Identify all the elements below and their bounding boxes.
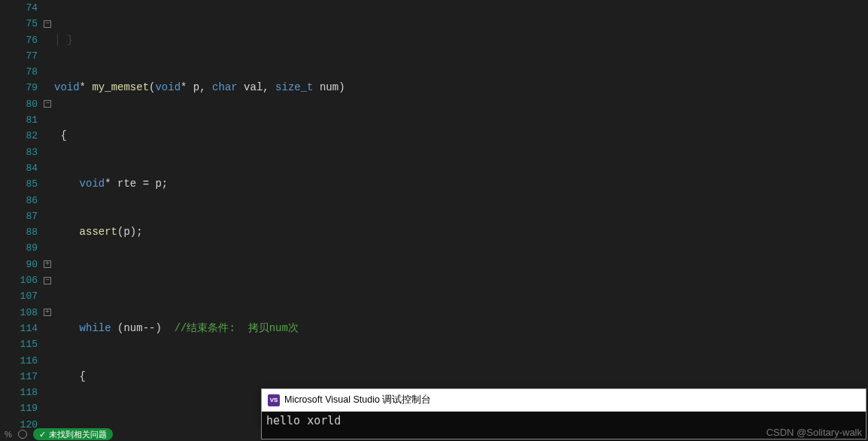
issues-pill[interactable]: ✓未找到相关问题 [33, 428, 113, 440]
fold-marker[interactable] [42, 176, 53, 192]
line-number: 90 [0, 257, 38, 272]
fold-marker[interactable]: − [42, 16, 53, 32]
fold-marker[interactable] [42, 112, 53, 128]
watermark-text: CSDN @Solitary-walk [766, 427, 862, 438]
fold-marker[interactable] [42, 0, 53, 16]
console-output-text: hello xorld [266, 414, 341, 427]
status-indicator-icon [18, 430, 27, 439]
zoom-pct[interactable]: % [5, 430, 12, 439]
line-number: 114 [0, 321, 38, 336]
fold-marker[interactable]: − [42, 272, 53, 288]
fold-marker[interactable]: − [42, 96, 53, 112]
fold-column[interactable]: −−+−+ [42, 0, 53, 418]
line-number: 107 [0, 288, 38, 304]
code-line: │ } [54, 34, 73, 46]
fold-marker[interactable] [42, 240, 53, 256]
line-number: 116 [0, 353, 38, 369]
line-number: 84 [0, 160, 38, 176]
line-number: 76 [0, 32, 38, 48]
line-number: 83 [0, 144, 38, 160]
line-number: 74 [0, 0, 38, 16]
line-number: 115 [0, 336, 38, 352]
line-number: 88 [0, 224, 38, 240]
fold-marker[interactable] [42, 208, 53, 224]
line-number: 119 [0, 400, 38, 416]
fold-marker[interactable] [42, 193, 53, 208]
fold-marker[interactable]: + [42, 257, 53, 272]
console-title-text: Microsoft Visual Studio 调试控制台 [284, 394, 431, 406]
fold-marker[interactable] [42, 321, 53, 336]
line-number: 85 [0, 176, 38, 192]
fold-marker[interactable] [42, 64, 53, 80]
fold-marker[interactable] [42, 400, 53, 416]
fold-marker[interactable] [42, 353, 53, 369]
line-number: 75 [0, 16, 38, 32]
kw-void: void [54, 81, 80, 93]
fold-marker[interactable] [42, 144, 53, 160]
fold-marker[interactable] [42, 80, 53, 96]
code-editor[interactable]: 7475767778798081828384858687888990106107… [0, 0, 868, 418]
line-number: 106 [0, 272, 38, 288]
fold-marker[interactable] [42, 32, 53, 48]
line-number: 89 [0, 240, 38, 256]
line-number: 80 [0, 96, 38, 112]
fold-marker[interactable] [42, 48, 53, 64]
check-icon: ✓ [39, 430, 46, 439]
fold-marker[interactable] [42, 369, 53, 385]
fold-marker[interactable] [42, 128, 53, 144]
line-number-gutter: 7475767778798081828384858687888990106107… [0, 0, 42, 418]
line-number: 87 [0, 208, 38, 224]
line-number: 79 [0, 80, 38, 96]
fold-marker[interactable] [42, 385, 53, 400]
line-number: 82 [0, 128, 38, 144]
line-number: 77 [0, 48, 38, 64]
console-titlebar[interactable]: VS Microsoft Visual Studio 调试控制台 [262, 389, 866, 412]
fold-marker[interactable] [42, 160, 53, 176]
line-number: 108 [0, 305, 38, 321]
line-number: 86 [0, 193, 38, 208]
line-number: 81 [0, 112, 38, 128]
line-number: 117 [0, 369, 38, 385]
vs-icon: VS [268, 394, 280, 406]
status-bar[interactable]: % ✓未找到相关问题 [0, 427, 261, 441]
fold-marker[interactable] [42, 336, 53, 352]
fold-marker[interactable] [42, 288, 53, 304]
fold-marker[interactable] [42, 224, 53, 240]
fn-my_memset: my_memset [92, 81, 149, 93]
fold-marker[interactable]: + [42, 305, 53, 321]
code-content[interactable]: │ } void* my_memset(void* p, char val, s… [53, 0, 868, 418]
brace: { [54, 129, 67, 141]
line-number: 78 [0, 64, 38, 80]
line-number: 118 [0, 385, 38, 400]
